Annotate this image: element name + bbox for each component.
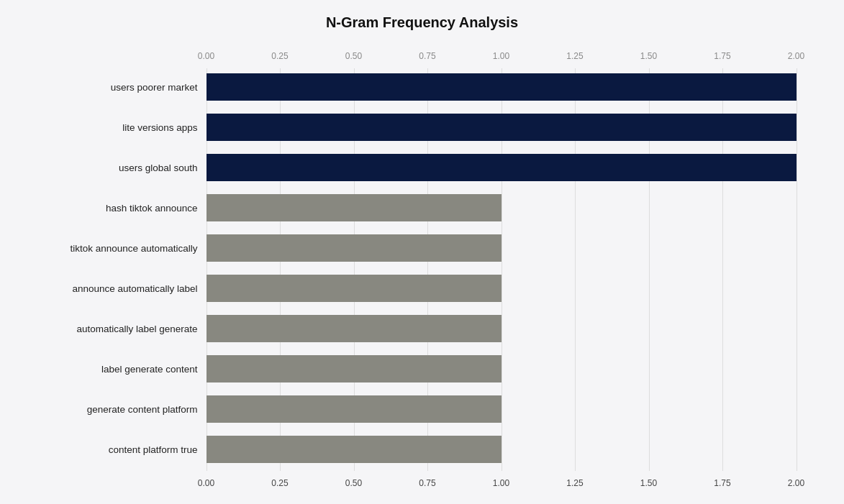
bar-track	[207, 275, 797, 302]
bar-fill	[207, 154, 797, 181]
bar-track	[207, 355, 797, 382]
top-tick: 0.25	[271, 51, 288, 61]
x-tick: 0.75	[419, 478, 435, 488]
bar-row: hash tiktok announce	[48, 189, 797, 226]
x-tick: 0.00	[198, 478, 214, 488]
bar-fill	[207, 355, 502, 382]
x-tick: 1.00	[493, 478, 509, 488]
grid-and-bars: users poorer marketlite versions appsuse…	[48, 68, 797, 471]
bar-row: tiktok announce automatically	[48, 229, 797, 267]
bar-fill	[207, 114, 797, 141]
bar-row: lite versions apps	[48, 109, 797, 146]
bar-track	[207, 154, 797, 181]
top-tick: 1.00	[493, 51, 509, 61]
bar-track	[207, 194, 797, 221]
top-tick: 2.00	[788, 51, 804, 61]
top-tick: 0.50	[345, 51, 362, 61]
top-axis: 0.000.250.500.751.001.251.501.752.00	[48, 45, 797, 67]
bar-row: automatically label generate	[48, 310, 797, 347]
bar-track	[207, 315, 797, 342]
chart-area: 0.000.250.500.751.001.251.501.752.00 use…	[48, 45, 797, 504]
bar-fill	[207, 73, 797, 101]
top-tick: 1.50	[640, 51, 657, 61]
top-tick: 0.00	[198, 51, 214, 61]
bar-row: users poorer market	[48, 68, 797, 106]
bar-fill	[207, 234, 502, 262]
x-tick: 1.50	[640, 478, 657, 488]
bar-row: content platform true	[48, 431, 797, 468]
bar-row: generate content platform	[48, 390, 797, 428]
bar-label: content platform true	[48, 444, 207, 455]
top-tick: 1.25	[566, 51, 583, 61]
top-axis-inner: 0.000.250.500.751.001.251.501.752.00	[207, 45, 797, 67]
bar-track	[207, 395, 797, 423]
bar-row: users global south	[48, 149, 797, 186]
chart-title: N-Gram Frequency Analysis	[48, 14, 797, 31]
bar-track	[207, 73, 797, 101]
x-tick: 1.25	[566, 478, 583, 488]
x-axis-inner: 0.000.250.500.751.001.251.501.752.00	[207, 475, 797, 501]
bar-track	[207, 234, 797, 262]
bar-row: announce automatically label	[48, 270, 797, 307]
bar-label: users global south	[48, 162, 207, 173]
top-tick: 1.75	[714, 51, 730, 61]
bar-label: automatically label generate	[48, 324, 207, 334]
x-tick: 2.00	[788, 478, 804, 488]
x-tick: 0.25	[271, 478, 288, 488]
chart-container: N-Gram Frequency Analysis 0.000.250.500.…	[27, 0, 818, 504]
bar-label: announce automatically label	[48, 283, 207, 294]
bar-label: label generate content	[48, 364, 207, 375]
bar-label: tiktok announce automatically	[48, 243, 207, 254]
bar-fill	[207, 194, 502, 221]
grid-line	[797, 68, 797, 471]
bar-label: users poorer market	[48, 82, 207, 93]
bar-label: hash tiktok announce	[48, 203, 207, 214]
x-tick: 1.75	[714, 478, 730, 488]
bar-fill	[207, 436, 502, 463]
bar-fill	[207, 395, 502, 423]
top-tick: 0.75	[419, 51, 435, 61]
bar-row: label generate content	[48, 350, 797, 388]
bar-fill	[207, 275, 502, 302]
bar-fill	[207, 315, 502, 342]
bar-track	[207, 114, 797, 141]
bar-label: generate content platform	[48, 404, 207, 415]
bar-track	[207, 436, 797, 463]
bar-label: lite versions apps	[48, 122, 207, 133]
x-tick: 0.50	[345, 478, 362, 488]
x-axis: 0.000.250.500.751.001.251.501.752.00	[48, 475, 797, 501]
